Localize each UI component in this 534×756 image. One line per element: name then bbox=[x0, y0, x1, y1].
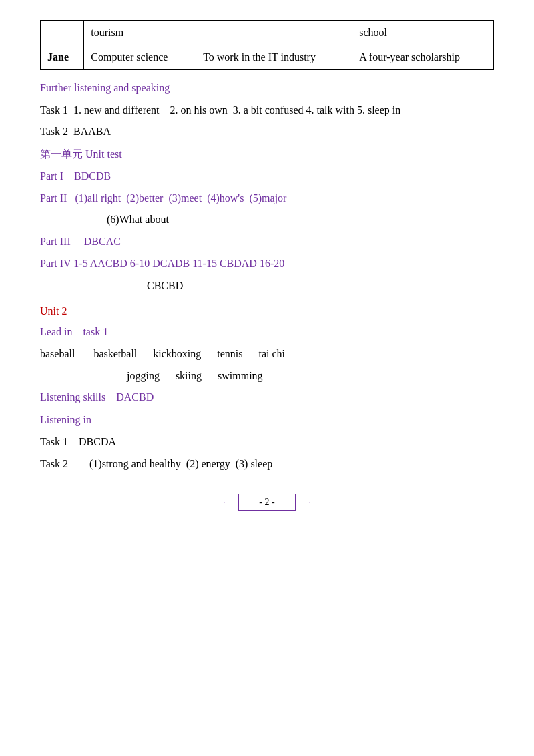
table-cell-computer-science: Computer science bbox=[84, 45, 196, 70]
page-number: - 2 - bbox=[259, 497, 274, 507]
sports-line1: baseball basketball kickboxing tennis ta… bbox=[40, 345, 494, 364]
table-cell-scholarship: A four-year scholarship bbox=[352, 45, 494, 70]
part1-label: Part I BDCDB bbox=[40, 170, 111, 182]
sports-line2: jogging skiing swimming bbox=[40, 367, 494, 386]
answer-table-section: tourism school Jane Computer science To … bbox=[40, 20, 494, 70]
table-row-jane: Jane Computer science To work in the IT … bbox=[41, 45, 494, 70]
li-task2-line: Task 2 (1)strong and healthy (2) energy … bbox=[40, 455, 494, 474]
part2-label: Part II (1)all right (2)better (3)meet (… bbox=[40, 192, 286, 204]
part4-label: Part IV 1-5 AACBD 6-10 DCADB 11-15 CBDAD… bbox=[40, 258, 284, 269]
table-cell-work: To work in the IT industry bbox=[196, 45, 352, 70]
part1-line: Part I BDCDB bbox=[40, 167, 494, 186]
table-cell-jane: Jane bbox=[41, 45, 84, 70]
answer-table: tourism school Jane Computer science To … bbox=[40, 20, 494, 70]
part3-line: Part III DBCAC bbox=[40, 232, 494, 252]
part4-indent-text: CBCBD bbox=[147, 280, 183, 291]
page-footer: - 2 - bbox=[40, 494, 494, 511]
li-task1-line: Task 1 DBCDA bbox=[40, 433, 494, 452]
table-cell-school: school bbox=[352, 21, 494, 45]
page-number-ribbon: - 2 - bbox=[238, 494, 295, 511]
further-listening-heading: Further listening and speaking bbox=[40, 79, 494, 97]
listening-skills-text: Listening skills DACBD bbox=[40, 391, 154, 403]
unit2-heading: Unit 2 bbox=[40, 303, 494, 320]
part2-indent-line: (6)What about bbox=[40, 210, 494, 230]
table-cell-tourism: tourism bbox=[84, 21, 196, 45]
part4-line: Part IV 1-5 AACBD 6-10 DCADB 11-15 CBDAD… bbox=[40, 254, 494, 274]
leadin-heading: Lead in task 1 bbox=[40, 323, 494, 341]
listening-skills-line: Listening skills DACBD bbox=[40, 388, 494, 407]
task2-line: Task 2 BAABA bbox=[40, 122, 494, 142]
unit-test-heading: 第一单元 Unit test bbox=[40, 146, 494, 163]
part3-label: Part III DBCAC bbox=[40, 236, 121, 247]
table-cell bbox=[41, 21, 84, 45]
listening-in-heading: Listening in bbox=[40, 411, 494, 429]
part2-line: Part II (1)all right (2)better (3)meet (… bbox=[40, 189, 494, 208]
table-row: tourism school bbox=[41, 21, 494, 45]
part4-indent-line: CBCBD bbox=[40, 276, 494, 296]
table-cell-empty bbox=[196, 21, 352, 45]
task1-line: Task 1 1. new and different 2. on his ow… bbox=[40, 101, 494, 120]
part2-indent-text: (6)What about bbox=[107, 214, 169, 225]
